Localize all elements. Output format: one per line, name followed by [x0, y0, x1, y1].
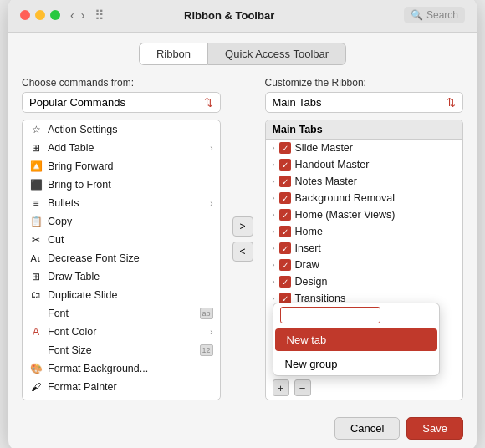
font-spacer: [29, 307, 43, 320]
list-item-label: Duplicate Slide: [48, 289, 117, 301]
main-window: ‹ › ⠿ Ribbon & Toolbar 🔍 Search Ribbon Q…: [8, 0, 477, 448]
arrow-icon: ›: [210, 328, 212, 337]
list-item[interactable]: 🖌 Format Painter: [23, 378, 220, 396]
right-list-item[interactable]: › ✓ Background Removal: [266, 190, 463, 206]
list-item[interactable]: Font ab: [23, 304, 220, 323]
list-item[interactable]: ✂ Cut: [23, 231, 220, 249]
footer-bar: Cancel Save: [8, 410, 477, 448]
right-list-item[interactable]: › ✓ Draw: [266, 257, 463, 273]
list-item-label: Bullets: [48, 197, 79, 209]
list-item-label: Cut: [48, 234, 64, 246]
checkbox-checked: ✓: [279, 192, 291, 204]
arrow-icon: ›: [210, 199, 212, 208]
tab-ribbon[interactable]: Ribbon: [139, 43, 207, 65]
popup-new-group[interactable]: New group: [273, 353, 439, 375]
font-size-input-icon: 12: [200, 344, 213, 356]
list-item[interactable]: ⊞ Draw Table: [23, 267, 220, 286]
right-list-header: Main Tabs: [266, 120, 463, 140]
search-box[interactable]: 🔍 Search: [404, 7, 465, 23]
list-item-label: Add Table: [48, 142, 94, 154]
checkbox-checked: ✓: [279, 159, 291, 171]
window-title: Ribbon & Toolbar: [63, 9, 396, 22]
remove-button[interactable]: −: [294, 379, 311, 396]
transfer-left-button[interactable]: <: [232, 242, 253, 262]
panels: Choose commands from: Popular Commands ⇅…: [22, 77, 463, 400]
right-list-item[interactable]: › ✓ Home: [266, 223, 463, 240]
right-list-item-label: Design: [295, 276, 328, 288]
list-bottom-bar: + − New tab New group: [266, 374, 463, 400]
chevron-icon: ›: [273, 211, 275, 219]
list-item[interactable]: 📋 Copy: [23, 212, 220, 231]
minimize-button[interactable]: [35, 10, 45, 20]
right-panel-label: Customize the Ribbon:: [265, 77, 464, 89]
right-list-box: Main Tabs › ✓ Slide Master › ✓ Handout M…: [265, 120, 464, 400]
right-list-item-label: Background Removal: [295, 192, 396, 204]
right-list-item[interactable]: › ✓ Design: [266, 273, 463, 290]
new-tab-input[interactable]: [280, 307, 380, 323]
left-dropdown-value: Popular Commands: [29, 96, 125, 109]
popup-new-tab[interactable]: New tab: [275, 328, 437, 351]
add-button[interactable]: +: [273, 379, 289, 396]
right-list-item[interactable]: › ✓ Insert: [266, 240, 463, 257]
bullets-icon: ≡: [29, 196, 43, 210]
checkbox-checked: ✓: [279, 276, 291, 288]
list-item[interactable]: A Font Color ›: [23, 323, 220, 341]
search-placeholder: Search: [426, 9, 458, 21]
bring-forward-icon: 🔼: [29, 160, 43, 173]
close-button[interactable]: [20, 10, 30, 20]
list-item-label: Bring Forward: [48, 160, 114, 172]
left-list-box: ☆ Action Settings ⊞ Add Table › 🔼 Bring …: [22, 120, 221, 400]
add-table-icon: ⊞: [29, 141, 43, 155]
chevron-icon: ›: [273, 177, 275, 186]
maximize-button[interactable]: [50, 10, 60, 20]
checkbox-checked: ✓: [279, 209, 291, 221]
list-item-label: Copy: [48, 216, 72, 227]
search-icon: 🔍: [411, 9, 423, 21]
popup-input-row: [273, 303, 439, 327]
transfer-right-button[interactable]: >: [232, 216, 253, 237]
action-settings-icon: ☆: [29, 123, 43, 136]
right-panel: Customize the Ribbon: Main Tabs ⇅ Main T…: [265, 77, 464, 400]
list-item[interactable]: 🗂 Duplicate Slide: [23, 286, 220, 304]
left-dropdown-arrow: ⇅: [204, 96, 213, 109]
titlebar: ‹ › ⠿ Ribbon & Toolbar 🔍 Search: [8, 0, 477, 33]
right-list-item[interactable]: › ✓ Home (Master Views): [266, 206, 463, 223]
list-item[interactable]: 🎨 Format Background...: [23, 359, 220, 378]
list-item[interactable]: 🔼 Bring Forward: [23, 157, 220, 176]
checkbox-checked: ✓: [279, 176, 291, 187]
bring-front-icon: ⬛: [29, 178, 43, 191]
chevron-icon: ›: [273, 160, 275, 169]
left-panel-label: Choose commands from:: [22, 77, 221, 89]
list-item-label: Font Color: [48, 326, 96, 338]
arrow-icon: ›: [210, 144, 212, 153]
left-panel: Choose commands from: Popular Commands ⇅…: [22, 77, 221, 400]
right-list-item-label: Draw: [295, 259, 319, 271]
right-list-item-label: Home (Master Views): [295, 209, 396, 221]
popup-menu: New tab New group: [273, 303, 440, 376]
right-list-item[interactable]: › ✓ Slide Master: [266, 140, 463, 156]
chevron-icon: ›: [273, 277, 275, 286]
transfer-buttons: > <: [229, 77, 257, 400]
chevron-icon: ›: [273, 144, 275, 152]
tab-quick-access[interactable]: Quick Access Toolbar: [207, 43, 346, 65]
font-size-spacer: [29, 344, 43, 357]
font-color-icon: A: [29, 325, 43, 339]
list-item[interactable]: ⊞ Add Table ›: [23, 139, 220, 157]
list-item-label: Font: [48, 308, 69, 319]
save-button[interactable]: Save: [406, 417, 463, 440]
list-item[interactable]: ⬛ Bring to Front: [23, 176, 220, 194]
cancel-button[interactable]: Cancel: [334, 417, 400, 440]
list-item-label: Draw Table: [48, 271, 100, 283]
list-item[interactable]: ≡ Bullets ›: [23, 194, 220, 212]
list-item-label: Bring to Front: [48, 179, 111, 191]
right-list-item-label: Handout Master: [295, 159, 370, 171]
list-item[interactable]: A↓ Decrease Font Size: [23, 249, 220, 267]
right-list-item-label: Notes Master: [295, 176, 357, 187]
right-list-item[interactable]: › ✓ Notes Master: [266, 173, 463, 190]
decrease-font-icon: A↓: [29, 252, 43, 265]
right-dropdown[interactable]: Main Tabs ⇅: [265, 92, 464, 113]
left-dropdown[interactable]: Popular Commands ⇅: [22, 92, 221, 113]
list-item[interactable]: ☆ Action Settings: [23, 120, 220, 139]
list-item[interactable]: Font Size 12: [23, 341, 220, 359]
right-list-item[interactable]: › ✓ Handout Master: [266, 156, 463, 173]
